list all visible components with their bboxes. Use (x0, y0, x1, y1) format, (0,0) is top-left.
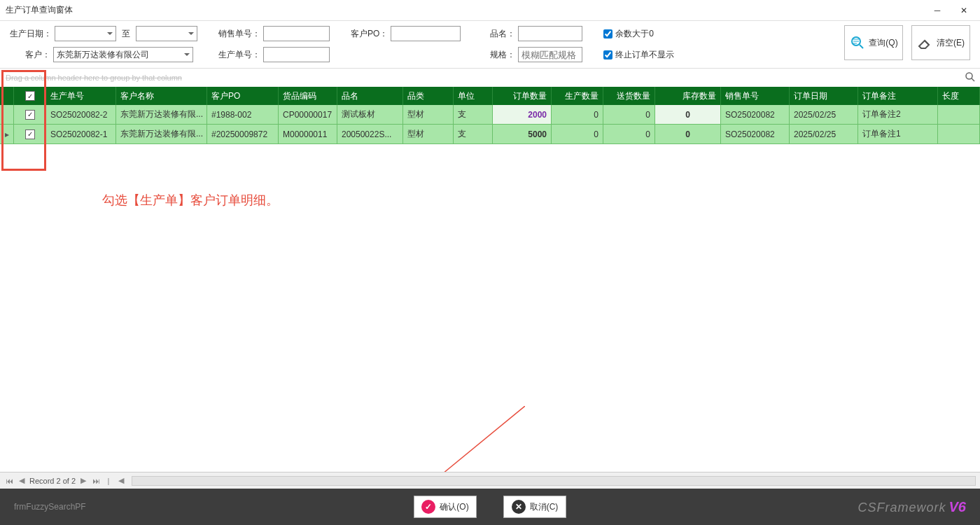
cell-pqty: 0 (552, 105, 603, 124)
col-remark[interactable]: 订单备注 (858, 87, 938, 105)
col-sales[interactable]: 销售单号 (721, 87, 790, 105)
table-row[interactable]: SO25020082-2东莞新万达装修有限...#1988-002CP00000… (0, 105, 980, 125)
cell-pqty: 0 (552, 125, 603, 144)
eraser-icon (917, 34, 934, 51)
cancel-label: 取消(C) (530, 501, 559, 513)
check-icon: ✓ (421, 500, 435, 514)
col-pqty[interactable]: 生产数量 (552, 87, 603, 105)
pager-sep: | (104, 476, 113, 486)
name-input[interactable] (518, 26, 582, 41)
cell-date: 2025/02/25 (790, 105, 858, 124)
cell-sqty: 0 (603, 125, 655, 144)
row-check[interactable] (14, 125, 46, 144)
annotation-text: 勾选【生产单】客户订单明细。 (102, 192, 279, 209)
window-title: 生产订单查询窗体 (6, 4, 927, 16)
ok-button[interactable]: ✓ 确认(O) (414, 496, 477, 518)
prod-no-label: 生产单号： (218, 49, 260, 61)
cell-code: M00000011 (279, 125, 337, 144)
sales-no-input[interactable] (263, 26, 330, 41)
cell-cust: 东莞新万达装修有限... (116, 105, 207, 124)
pager-first[interactable]: ⏮ (4, 476, 14, 486)
remain-gt0-label: 余数大于0 (615, 28, 654, 40)
col-unit[interactable]: 单位 (454, 87, 493, 105)
name-label: 品名： (482, 28, 515, 40)
cell-len (938, 125, 980, 144)
cell-prod: SO25020082-2 (46, 105, 116, 124)
customer-label: 客户： (10, 49, 50, 61)
cell-unit: 支 (454, 105, 493, 124)
footer: frmFuzzySearchPF ✓ 确认(O) ✕ 取消(C) CSFrame… (0, 489, 980, 525)
col-sqty[interactable]: 送货数量 (603, 87, 655, 105)
cell-unit: 支 (454, 125, 493, 144)
group-by-area[interactable]: Drag a column header here to group by th… (0, 69, 980, 87)
date-from-dropdown[interactable] (55, 26, 116, 41)
cancel-button[interactable]: ✕ 取消(C) (503, 496, 566, 518)
col-check[interactable] (14, 87, 46, 105)
query-label: 查询(Q) (869, 37, 897, 49)
query-button[interactable]: 查询(Q) (844, 25, 903, 60)
prod-no-input[interactable] (263, 47, 330, 62)
row-checkbox[interactable] (25, 130, 35, 139)
pager-prev[interactable]: ◀ (17, 476, 27, 486)
spec-label: 规格： (482, 49, 515, 61)
col-po[interactable]: 客户PO (207, 87, 279, 105)
col-oqty[interactable]: 订单数量 (493, 87, 552, 105)
hide-closed-checkbox[interactable] (603, 50, 612, 59)
cell-cat: 型材 (403, 125, 454, 144)
row-checkbox[interactable] (25, 110, 35, 120)
cell-stock: 0 (655, 105, 721, 124)
col-name[interactable]: 品名 (337, 87, 403, 105)
grid-search-icon[interactable] (965, 71, 976, 83)
pager: ⏮ ◀ Record 2 of 2 ▶ ⏭ | ◀ (0, 472, 980, 489)
title-bar: 生产订单查询窗体 ─ ✕ (0, 0, 980, 21)
spec-input[interactable] (518, 47, 582, 62)
cell-prod: SO25020082-1 (46, 125, 116, 144)
cust-po-input[interactable] (391, 26, 461, 41)
col-stock[interactable]: 库存数量 (655, 87, 721, 105)
cell-cat: 型材 (403, 105, 454, 124)
col-date[interactable]: 订单日期 (790, 87, 858, 105)
minimize-button[interactable]: ─ (927, 4, 948, 18)
clear-label: 清空(E) (937, 37, 965, 49)
cell-sqty: 0 (603, 105, 655, 124)
row-indicator (0, 105, 14, 124)
cell-cust: 东莞新万达装修有限... (116, 125, 207, 144)
table-row[interactable]: ▸SO25020082-1东莞新万达装修有限...#20250009872M00… (0, 125, 980, 144)
date-to-label: 至 (122, 28, 130, 40)
col-expand (0, 87, 14, 105)
prod-date-label: 生产日期： (10, 28, 52, 40)
pager-record: Record 2 of 2 (29, 477, 76, 485)
close-button[interactable]: ✕ (953, 4, 974, 18)
col-cat[interactable]: 品类 (403, 87, 454, 105)
data-grid: 生产单号 客户名称 客户PO 货品编码 品名 品类 单位 订单数量 生产数量 送… (0, 87, 980, 144)
search-icon (849, 34, 866, 51)
customer-value: 东莞新万达装修有限公司 (57, 49, 149, 61)
cell-len (938, 105, 980, 124)
brand-v: V6 (949, 499, 966, 515)
brand-cs: CSFramework (858, 500, 946, 515)
pager-last[interactable]: ⏭ (91, 476, 101, 486)
pager-next[interactable]: ▶ (78, 476, 88, 486)
row-indicator: ▸ (0, 125, 14, 144)
cell-name: 20050022S... (337, 125, 403, 144)
cell-sales: SO25020082 (721, 105, 790, 124)
cell-stock: 0 (655, 125, 721, 144)
pager-left[interactable]: ◀ (116, 476, 126, 486)
clear-button[interactable]: 清空(E) (911, 25, 970, 60)
form-name: frmFuzzySearchPF (14, 502, 86, 512)
col-code[interactable]: 货品编码 (279, 87, 337, 105)
cell-po: #20250009872 (207, 125, 279, 144)
cell-sales: SO25020082 (721, 125, 790, 144)
col-len[interactable]: 长度 (938, 87, 980, 105)
col-prod[interactable]: 生产单号 (46, 87, 116, 105)
hide-closed-label: 终止订单不显示 (615, 49, 674, 61)
grid-body: SO25020082-2东莞新万达装修有限...#1988-002CP00000… (0, 105, 980, 144)
cell-name: 测试板材 (337, 105, 403, 124)
row-check[interactable] (14, 105, 46, 124)
date-to-dropdown[interactable] (136, 26, 197, 41)
remain-gt0-checkbox[interactable] (603, 29, 612, 38)
pager-scrollbar[interactable] (132, 476, 976, 486)
select-all-checkbox[interactable] (25, 91, 35, 101)
customer-dropdown[interactable]: 东莞新万达装修有限公司 (53, 47, 193, 62)
col-cust[interactable]: 客户名称 (116, 87, 207, 105)
